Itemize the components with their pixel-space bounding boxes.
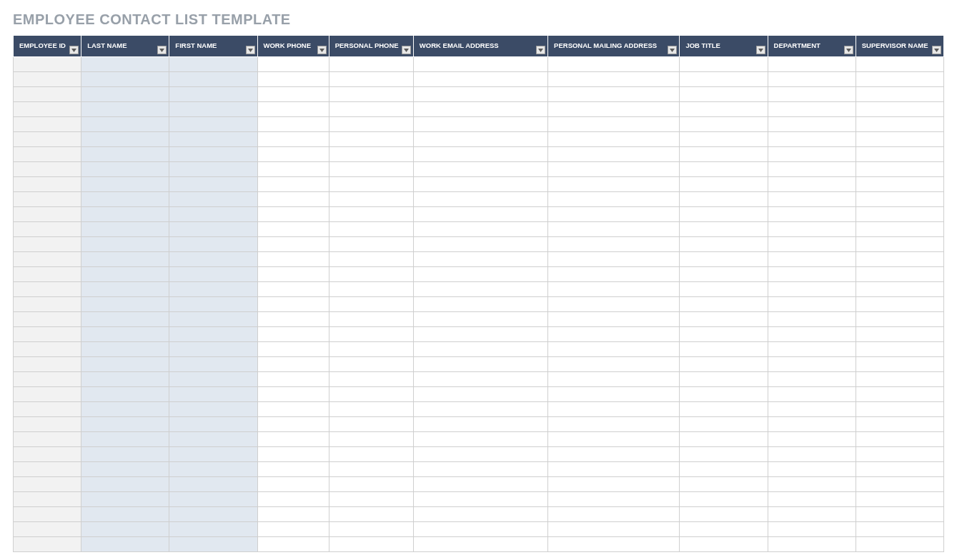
cell[interactable] [548,507,680,522]
cell[interactable] [548,522,680,537]
cell[interactable] [856,462,943,477]
cell[interactable] [14,57,81,72]
cell[interactable] [768,372,856,387]
cell[interactable] [329,297,413,312]
cell[interactable] [856,387,943,402]
cell[interactable] [856,102,943,117]
cell[interactable] [413,417,547,432]
cell[interactable] [413,252,547,267]
cell[interactable] [680,447,768,462]
cell[interactable] [548,282,680,297]
cell[interactable] [768,222,856,237]
cell[interactable] [257,222,329,237]
cell[interactable] [81,267,169,282]
cell[interactable] [680,312,768,327]
cell[interactable] [413,537,547,552]
cell[interactable] [548,162,680,177]
cell[interactable] [680,282,768,297]
cell[interactable] [680,462,768,477]
cell[interactable] [329,522,413,537]
cell[interactable] [81,477,169,492]
cell[interactable] [768,132,856,147]
cell[interactable] [413,102,547,117]
cell[interactable] [768,477,856,492]
cell[interactable] [14,117,81,132]
cell[interactable] [856,72,943,87]
cell[interactable] [169,507,257,522]
cell[interactable] [856,117,943,132]
cell[interactable] [768,102,856,117]
cell[interactable] [169,102,257,117]
cell[interactable] [81,192,169,207]
cell[interactable] [14,327,81,342]
cell[interactable] [169,312,257,327]
cell[interactable] [413,72,547,87]
cell[interactable] [14,192,81,207]
cell[interactable] [257,177,329,192]
cell[interactable] [413,357,547,372]
cell[interactable] [856,252,943,267]
cell[interactable] [856,57,943,72]
cell[interactable] [856,507,943,522]
cell[interactable] [680,192,768,207]
cell[interactable] [856,132,943,147]
cell[interactable] [548,462,680,477]
cell[interactable] [329,327,413,342]
cell[interactable] [257,312,329,327]
cell[interactable] [169,357,257,372]
cell[interactable] [413,462,547,477]
cell[interactable] [768,117,856,132]
cell[interactable] [680,507,768,522]
cell[interactable] [81,372,169,387]
cell[interactable] [413,87,547,102]
cell[interactable] [856,312,943,327]
cell[interactable] [81,132,169,147]
cell[interactable] [257,87,329,102]
cell[interactable] [169,117,257,132]
cell[interactable] [856,492,943,507]
cell[interactable] [548,417,680,432]
cell[interactable] [14,477,81,492]
cell[interactable] [680,342,768,357]
cell[interactable] [14,372,81,387]
cell[interactable] [680,177,768,192]
cell[interactable] [680,372,768,387]
cell[interactable] [81,87,169,102]
cell[interactable] [329,282,413,297]
cell[interactable] [81,447,169,462]
cell[interactable] [14,222,81,237]
cell[interactable] [856,267,943,282]
cell[interactable] [413,177,547,192]
cell[interactable] [14,267,81,282]
cell[interactable] [169,192,257,207]
cell[interactable] [768,192,856,207]
cell[interactable] [413,492,547,507]
cell[interactable] [81,327,169,342]
cell[interactable] [413,57,547,72]
cell[interactable] [257,252,329,267]
cell[interactable] [169,447,257,462]
cell[interactable] [548,372,680,387]
cell[interactable] [169,417,257,432]
cell[interactable] [329,147,413,162]
cell[interactable] [257,237,329,252]
cell[interactable] [329,192,413,207]
filter-dropdown-icon[interactable] [69,46,79,54]
cell[interactable] [768,537,856,552]
cell[interactable] [329,492,413,507]
cell[interactable] [680,57,768,72]
cell[interactable] [413,327,547,342]
cell[interactable] [413,267,547,282]
cell[interactable] [81,417,169,432]
cell[interactable] [548,402,680,417]
cell[interactable] [680,267,768,282]
cell[interactable] [548,132,680,147]
cell[interactable] [169,327,257,342]
cell[interactable] [856,327,943,342]
cell[interactable] [680,132,768,147]
cell[interactable] [329,402,413,417]
cell[interactable] [856,357,943,372]
cell[interactable] [14,297,81,312]
cell[interactable] [257,522,329,537]
cell[interactable] [81,297,169,312]
